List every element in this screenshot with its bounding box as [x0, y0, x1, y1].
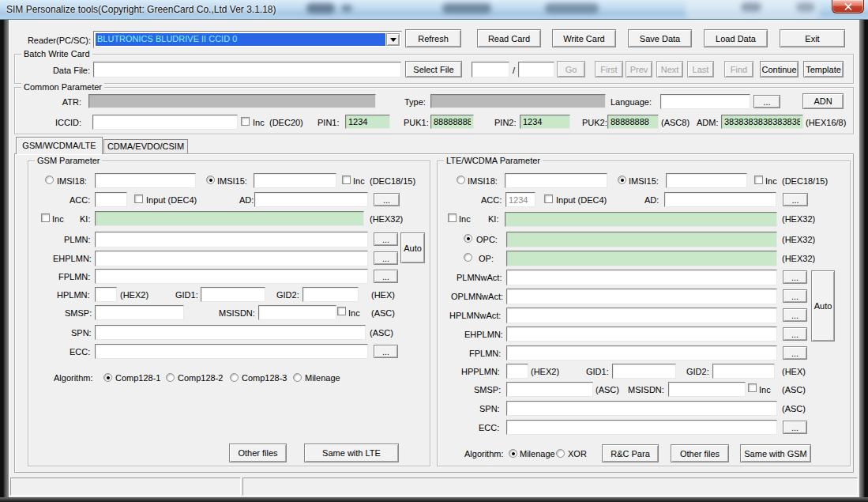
record-total-input[interactable] [518, 62, 554, 77]
gsm-other-files-button[interactable]: Other files [229, 443, 287, 462]
lte-imsi18-input[interactable] [505, 173, 607, 188]
data-file-input[interactable] [93, 62, 401, 77]
adm-input[interactable] [721, 115, 803, 129]
lte-ehplmn-input[interactable] [506, 326, 777, 342]
lte-ecc-browse-button[interactable]: ... [783, 421, 807, 434]
lte-oplmnwact-browse-button[interactable]: ... [783, 289, 807, 303]
lte-imsi15-input[interactable] [666, 173, 747, 188]
lte-ecc-input[interactable] [506, 420, 777, 435]
gsm-ecc-browse-button[interactable]: ... [374, 345, 398, 358]
lte-gid1-input[interactable] [612, 364, 676, 379]
lte-ad-browse-button[interactable]: ... [783, 193, 808, 206]
gsm-imsi-inc-checkbox[interactable] [342, 176, 351, 184]
lte-imsi18-radio[interactable] [457, 176, 465, 184]
lte-fplmn-input[interactable] [506, 345, 777, 360]
iccid-input[interactable] [92, 115, 238, 130]
gsm-comp128-3-radio[interactable] [230, 373, 239, 382]
lte-ad-input[interactable] [664, 192, 776, 207]
lte-other-files-button[interactable]: Other files [671, 444, 729, 462]
pin2-input[interactable] [520, 115, 570, 129]
gsm-imsi15-radio[interactable] [206, 176, 215, 184]
language-browse-button[interactable]: ... [753, 95, 780, 108]
gsm-imsi18-radio[interactable] [45, 176, 54, 184]
last-button[interactable]: Last [687, 61, 714, 77]
gsm-gid2-input[interactable] [302, 287, 359, 302]
combo-dropdown-button[interactable] [386, 33, 400, 46]
lte-op-input[interactable] [506, 251, 777, 266]
language-input[interactable] [660, 94, 750, 109]
gsm-spn-input[interactable] [95, 325, 366, 340]
gsm-imsi15-input[interactable] [254, 173, 336, 188]
gsm-plmn-input[interactable] [95, 232, 368, 247]
lte-same-with-gsm-button[interactable]: Same with GSM [740, 444, 811, 462]
lte-imsi-inc-checkbox[interactable] [754, 176, 763, 184]
gsm-msisdn-input[interactable] [258, 305, 336, 320]
lte-smsp-input[interactable] [506, 382, 593, 397]
gsm-ki-input[interactable] [95, 211, 364, 226]
lte-milenage-radio[interactable] [509, 449, 517, 458]
find-button[interactable]: Find [724, 61, 753, 77]
gsm-acc-input-checkbox[interactable] [134, 194, 143, 203]
record-index-input[interactable] [472, 62, 509, 77]
lte-gid2-input[interactable] [712, 364, 775, 379]
reader-combobox[interactable]: BLUTRONICS BLUDRIVE II CCID 0 [93, 31, 402, 48]
lte-fplmn-browse-button[interactable]: ... [783, 346, 807, 360]
first-button[interactable]: First [595, 61, 623, 77]
lte-acc-input-checkbox[interactable] [544, 194, 553, 203]
gsm-ehplmn-input[interactable] [95, 251, 368, 266]
read-card-button[interactable]: Read Card [477, 29, 541, 47]
lte-ki-input[interactable] [505, 212, 777, 227]
gsm-same-with-lte-button[interactable]: Same with LTE [304, 443, 399, 462]
lte-op-radio[interactable] [464, 253, 472, 262]
lte-hpplmn-input[interactable] [506, 364, 528, 379]
gsm-hplmn-input[interactable] [95, 287, 117, 302]
puk2-input[interactable] [607, 115, 659, 129]
gsm-ehplmn-browse-button[interactable]: ... [374, 251, 398, 265]
tab-gsm-wcdma-lte[interactable]: GSM/WCDMA/LTE [16, 137, 103, 154]
lte-imsi15-radio[interactable] [618, 176, 626, 184]
refresh-button[interactable]: Refresh [405, 29, 461, 47]
lte-opc-input[interactable] [506, 232, 777, 247]
gsm-imsi18-input[interactable] [95, 173, 196, 188]
gsm-ad-input[interactable] [254, 192, 368, 207]
lte-rc-para-button[interactable]: R&C Para [602, 444, 659, 462]
lte-msisdn-inc-checkbox[interactable] [748, 383, 757, 392]
load-data-button[interactable]: Load Data [704, 29, 768, 47]
lte-plmnwact-browse-button[interactable]: ... [783, 270, 807, 284]
lte-ehplmn-browse-button[interactable]: ... [783, 327, 807, 341]
close-button[interactable] [832, 0, 864, 13]
go-button[interactable]: Go [557, 61, 585, 77]
save-data-button[interactable]: Save Data [628, 29, 692, 47]
lte-plmnwact-input[interactable] [506, 270, 777, 285]
gsm-msisdn-inc-checkbox[interactable] [337, 307, 346, 315]
lte-oplmnwact-input[interactable] [506, 289, 777, 304]
prev-button[interactable]: Prev [626, 61, 652, 77]
gsm-auto-button[interactable]: Auto [400, 232, 425, 263]
lte-hplmnwact-browse-button[interactable]: ... [783, 308, 807, 322]
gsm-ecc-input[interactable] [95, 344, 368, 359]
gsm-milenage-radio[interactable] [293, 373, 302, 382]
gsm-comp128-2-radio[interactable] [166, 373, 175, 382]
iccid-inc-checkbox[interactable] [241, 117, 250, 126]
continue-button[interactable]: Continue [760, 61, 798, 77]
gsm-fplmn-input[interactable] [95, 269, 368, 284]
gsm-ki-inc-checkbox[interactable] [41, 213, 50, 222]
exit-button[interactable]: Exit [780, 29, 845, 47]
lte-ki-inc-checkbox[interactable] [448, 213, 457, 222]
pin1-input[interactable] [345, 115, 390, 129]
lte-msisdn-input[interactable] [668, 382, 746, 397]
gsm-ad-browse-button[interactable]: ... [374, 193, 400, 206]
lte-xor-radio[interactable] [556, 449, 565, 458]
lte-opc-radio[interactable] [464, 234, 472, 243]
select-file-button[interactable]: Select File [405, 61, 462, 77]
adn-button[interactable]: ADN [802, 93, 844, 109]
lte-auto-button[interactable]: Auto [811, 270, 835, 342]
gsm-comp128-1-radio[interactable] [103, 373, 112, 382]
gsm-gid1-input[interactable] [201, 287, 265, 302]
gsm-plmn-browse-button[interactable]: ... [374, 232, 398, 246]
template-button[interactable]: Template [803, 61, 844, 77]
lte-hplmnwact-input[interactable] [506, 308, 777, 323]
gsm-fplmn-browse-button[interactable]: ... [374, 270, 398, 283]
write-card-button[interactable]: Write Card [552, 29, 616, 47]
gsm-smsp-input[interactable] [95, 305, 184, 320]
